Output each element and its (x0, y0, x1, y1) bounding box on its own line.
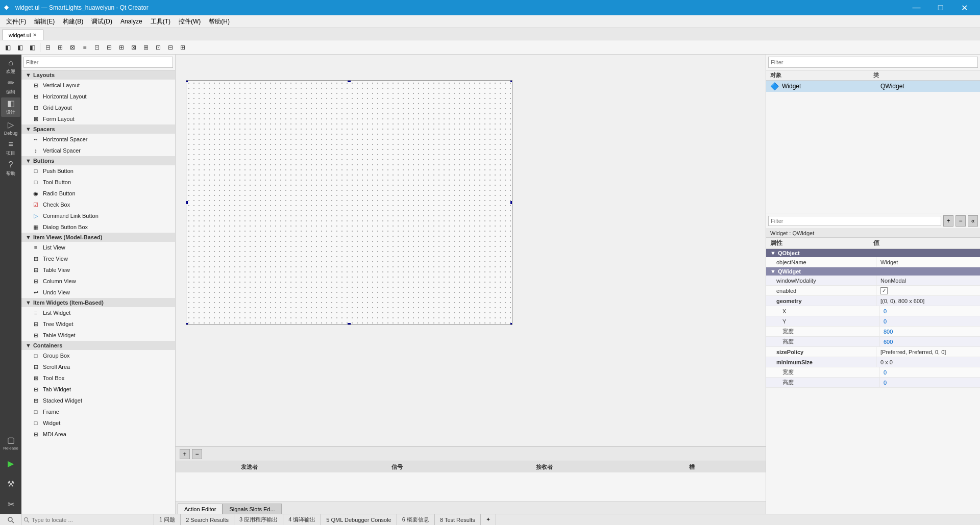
widget-stacked-widget[interactable]: ⊞ Stacked Widget (21, 395, 175, 406)
menu-edit[interactable]: 编辑(E) (30, 15, 59, 28)
sidebar-edit[interactable]: ✏ 编辑 (1, 77, 20, 96)
toolbar-btn-1[interactable]: ◧ (2, 42, 13, 53)
toolbar-btn-layout11[interactable]: ⊟ (165, 42, 176, 53)
toolbar-btn-layout3[interactable]: ⊠ (67, 42, 78, 53)
category-buttons[interactable]: ▼ Buttons (21, 156, 175, 165)
status-tab-test-results[interactable]: 8 Test Results (435, 514, 481, 525)
design-canvas[interactable] (186, 80, 512, 325)
prop-value-objectname[interactable]: Widget (876, 257, 980, 267)
prop-value-sizepolicy[interactable]: [Preferred, Preferred, 0, 0] (876, 347, 980, 357)
toolbar-btn-layout12[interactable]: ⊞ (177, 42, 188, 53)
minimize-button[interactable]: — (905, 0, 928, 15)
enabled-checkbox[interactable] (880, 287, 888, 294)
widget-push-button[interactable]: □ Push Button (21, 165, 175, 177)
widget-list-widget[interactable]: ≡ List Widget (21, 307, 175, 318)
widget-form-layout[interactable]: ⊠ Form Layout (21, 113, 175, 124)
widget-tree-view[interactable]: ⊞ Tree View (21, 253, 175, 264)
prop-group-qwidget[interactable]: ▼ QWidget (766, 267, 980, 276)
widget-list-view[interactable]: ≡ List View (21, 242, 175, 253)
prop-add-button[interactable]: + (943, 215, 953, 227)
prop-value-width[interactable]: 800 (879, 327, 980, 336)
widget-command-link-button[interactable]: ▷ Command Link Button (21, 210, 175, 221)
sidebar-release[interactable]: ▢ Release (1, 433, 20, 453)
toolbar-btn-layout7[interactable]: ⊞ (116, 42, 127, 53)
canvas-remove-button[interactable]: − (192, 449, 202, 459)
status-tab-app-output[interactable]: 3 应用程序输出 (234, 514, 283, 525)
widget-table-view[interactable]: ⊞ Table View (21, 264, 175, 276)
widget-horizontal-layout[interactable]: ⊞ Horizontal Layout (21, 91, 175, 102)
prop-collapse-button[interactable]: « (968, 215, 978, 227)
bottom-tab-signals-slots[interactable]: Signals Slots Ed... (223, 504, 281, 514)
prop-value-minimumsize[interactable]: 0 x 0 (876, 357, 980, 367)
widget-group-box[interactable]: □ Group Box (21, 350, 175, 361)
status-tab-compile[interactable]: 4 编译输出 (283, 514, 321, 525)
menu-widgets[interactable]: 控件(W) (175, 15, 205, 28)
widget-table-widget[interactable]: ⊞ Table Widget (21, 330, 175, 341)
sidebar-help[interactable]: ? 帮助 (1, 159, 20, 178)
widget-tool-button[interactable]: □ Tool Button (21, 177, 175, 188)
toolbar-btn-layout5[interactable]: ⊡ (91, 42, 103, 53)
category-item-views[interactable]: ▼ Item Views (Model-Based) (21, 233, 175, 242)
close-button[interactable]: ✕ (953, 0, 976, 15)
menu-debug[interactable]: 调试(D) (87, 15, 116, 28)
status-tab-search[interactable]: 2 Search Results (181, 514, 234, 525)
toolbar-btn-layout6[interactable]: ⊟ (104, 42, 115, 53)
toolbar-btn-layout8[interactable]: ⊠ (128, 42, 139, 53)
maximize-button[interactable]: □ (929, 0, 952, 15)
status-tab-qml-debugger[interactable]: 5 QML Debugger Console (321, 514, 397, 525)
category-containers[interactable]: ▼ Containers (21, 341, 175, 350)
widget-horizontal-spacer[interactable]: ↔ Horizontal Spacer (21, 134, 175, 145)
widget-mdi-area[interactable]: ⊞ MDI Area (21, 429, 175, 440)
widget-widget[interactable]: □ Widget (21, 417, 175, 429)
widget-grid-layout[interactable]: ⊞ Grid Layout (21, 102, 175, 113)
prop-value-y[interactable]: 0 (879, 316, 980, 326)
prop-remove-button[interactable]: − (955, 215, 966, 227)
prop-value-min-width[interactable]: 0 (879, 367, 980, 377)
toolbar-btn-layout1[interactable]: ⊟ (42, 42, 54, 53)
sidebar-run[interactable]: ▶ (1, 454, 20, 473)
prop-value-windowmodality[interactable]: NonModal (876, 276, 980, 285)
sidebar-build[interactable]: ⚒ (1, 474, 20, 493)
prop-value-x[interactable]: 0 (879, 306, 980, 316)
menu-help[interactable]: 帮助(H) (205, 15, 234, 28)
widget-tool-box[interactable]: ⊠ Tool Box (21, 372, 175, 384)
menu-file[interactable]: 文件(F) (2, 15, 30, 28)
canvas-container[interactable] (176, 55, 766, 446)
status-tab-extra[interactable]: ✦ (481, 514, 496, 525)
toolbar-btn-layout10[interactable]: ⊡ (153, 42, 164, 53)
sidebar-welcome[interactable]: ⌂ 欢迎 (1, 57, 20, 76)
tab-close-icon[interactable]: ✕ (33, 32, 37, 38)
toolbar-btn-layout9[interactable]: ⊞ (140, 42, 152, 53)
widget-undo-view[interactable]: ↩ Undo View (21, 287, 175, 298)
prop-group-qobject[interactable]: ▼ QObject (766, 249, 980, 257)
prop-value-geometry[interactable]: [(0, 0), 800 x 600] (876, 296, 980, 306)
menu-tools[interactable]: 工具(T) (146, 15, 175, 28)
sidebar-project[interactable]: ≡ 项目 (1, 138, 20, 158)
menu-build[interactable]: 构建(B) (59, 15, 87, 28)
sidebar-extra[interactable]: ✂ (1, 494, 20, 514)
toolbar-btn-layout4[interactable]: ≡ (79, 42, 90, 53)
widget-frame[interactable]: □ Frame (21, 406, 175, 417)
category-layouts[interactable]: ▼ Layouts (21, 70, 175, 80)
widget-check-box[interactable]: ☑ Check Box (21, 199, 175, 210)
prop-value-height[interactable]: 600 (879, 337, 980, 346)
widget-scroll-area[interactable]: ⊟ Scroll Area (21, 361, 175, 372)
widget-vertical-spacer[interactable]: ↕ Vertical Spacer (21, 145, 175, 156)
toolbar-btn-2[interactable]: ◧ (14, 42, 26, 53)
object-row-widget[interactable]: 🔷 Widget QWidget (766, 81, 980, 92)
bottom-tab-action-editor[interactable]: Action Editor (178, 504, 223, 514)
toolbar-btn-layout2[interactable]: ⊞ (55, 42, 66, 53)
menu-analyze[interactable]: Analyze (116, 15, 146, 28)
status-tab-issues[interactable]: 1 问题 (154, 514, 181, 525)
widget-column-view[interactable]: ⊞ Column View (21, 276, 175, 287)
category-item-widgets[interactable]: ▼ Item Widgets (Item-Based) (21, 298, 175, 307)
widget-dialog-button-box[interactable]: ▦ Dialog Button Box (21, 221, 175, 233)
object-filter-input[interactable] (768, 57, 978, 68)
widget-radio-button[interactable]: ◉ Radio Button (21, 188, 175, 199)
toolbar-btn-3[interactable]: ◧ (27, 42, 38, 53)
status-locate-input[interactable] (32, 517, 152, 523)
widget-tab-widget[interactable]: ⊟ Tab Widget (21, 384, 175, 395)
widget-vertical-layout[interactable]: ⊟ Vertical Layout (21, 80, 175, 91)
status-tab-summary[interactable]: 6 概要信息 (397, 514, 435, 525)
tab-widget-ui[interactable]: widget.ui ✕ (2, 30, 43, 40)
